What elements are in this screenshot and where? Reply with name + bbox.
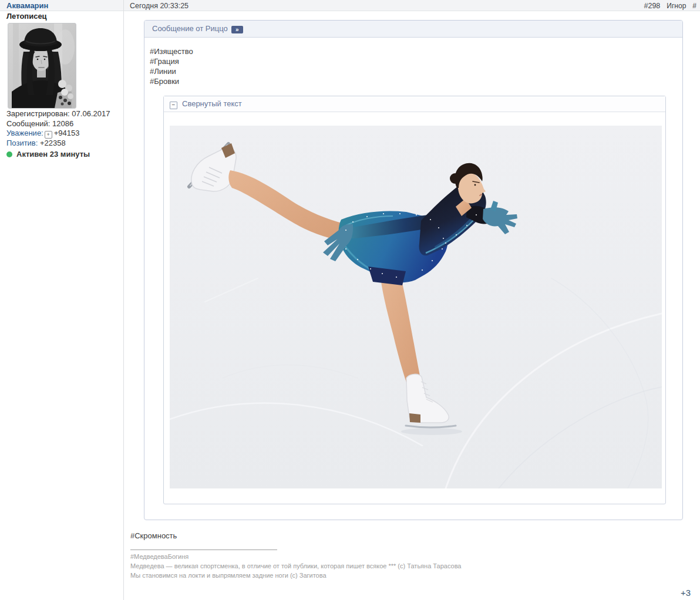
post-header-actions: #298 Игнор # bbox=[644, 2, 696, 10]
quote-hashtag-line: #Изящество bbox=[150, 46, 677, 56]
quote-body: #Изящество #Грация #Линии #Бровки bbox=[144, 38, 682, 86]
stat-positive-value: +22358 bbox=[40, 139, 66, 147]
signature: #МедведеваБогиня Медведева — великая спо… bbox=[130, 552, 671, 580]
respect-expand-icon[interactable]: + bbox=[45, 131, 52, 139]
spoiler-header[interactable]: −Свернутый текст bbox=[164, 96, 665, 112]
figure-skater-on-ice-image bbox=[170, 126, 662, 488]
stat-registered-label: Зарегистрирован: bbox=[6, 109, 70, 118]
stat-messages-label: Сообщений: bbox=[6, 119, 50, 128]
user-stats: Зарегистрирован: 07.06.2017 Сообщений: 1… bbox=[6, 109, 122, 149]
quote-header: Сообщение от Риццо» bbox=[144, 21, 682, 38]
signature-divider bbox=[130, 550, 277, 550]
stat-registered-value: 07.06.2017 bbox=[72, 109, 110, 118]
quote-hashtag-line: #Линии bbox=[150, 66, 677, 76]
post-header-bar bbox=[0, 0, 700, 11]
stat-respect-link[interactable]: Уважение: bbox=[6, 129, 43, 137]
online-status: Активен 23 минуты bbox=[6, 150, 90, 159]
online-dot-icon bbox=[6, 151, 12, 157]
post-number-link[interactable]: #298 bbox=[644, 2, 661, 10]
signature-line: #МедведеваБогиня bbox=[130, 552, 671, 561]
stat-respect-value: +94153 bbox=[54, 129, 80, 137]
spoiler-block: −Свернутый текст bbox=[163, 96, 666, 504]
ignore-user-link[interactable]: Игнор bbox=[667, 2, 686, 10]
quote-block: Сообщение от Риццо» #Изящество #Грация #… bbox=[144, 20, 683, 520]
quote-hashtag-line: #Грация bbox=[150, 56, 677, 66]
goto-quoted-post-icon[interactable]: » bbox=[231, 26, 243, 33]
stat-positive-link[interactable]: Позитив: bbox=[6, 139, 38, 147]
stat-messages-value: 12086 bbox=[52, 119, 73, 128]
stat-registered: Зарегистрирован: 07.06.2017 bbox=[6, 109, 122, 119]
stat-messages: Сообщений: 12086 bbox=[6, 119, 122, 129]
username-link[interactable]: Аквамарин bbox=[6, 1, 48, 10]
quote-hashtag-line: #Бровки bbox=[150, 76, 677, 86]
sidebar-divider bbox=[123, 0, 124, 600]
post-timestamp: Сегодня 20:33:25 bbox=[130, 2, 189, 10]
avatar[interactable] bbox=[8, 23, 76, 109]
permalink-hash-link[interactable]: # bbox=[692, 2, 696, 10]
stat-respect: Уважение:++94153 bbox=[6, 129, 122, 139]
spoiler-collapse-icon[interactable]: − bbox=[170, 102, 177, 109]
quote-header-text: Сообщение от Риццо bbox=[152, 24, 228, 33]
post-comment: #Скромность bbox=[130, 531, 177, 540]
user-title: Летописец bbox=[6, 12, 47, 21]
stat-positive: Позитив: +22358 bbox=[6, 139, 122, 149]
online-status-text: Активен 23 минуты bbox=[16, 150, 90, 159]
post-rating-link[interactable]: +3 bbox=[681, 588, 691, 598]
forum-post-page: Аквамарин Сегодня 20:33:25 #298 Игнор # … bbox=[0, 0, 700, 600]
signature-line: Медведева — великая спортсменка, в отлич… bbox=[130, 561, 671, 571]
signature-line: Мы становимся на локти и выпрямляем задн… bbox=[130, 571, 671, 580]
avatar-photo-bw-portrait bbox=[8, 23, 76, 108]
post-photo-figure-skater bbox=[170, 126, 662, 488]
spoiler-label: Свернутый текст bbox=[182, 99, 242, 108]
